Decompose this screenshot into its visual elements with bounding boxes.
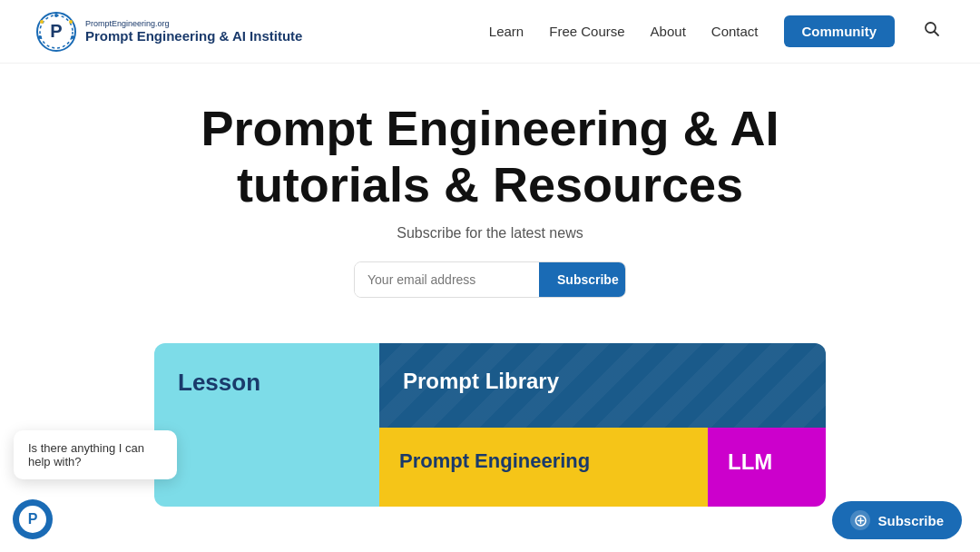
- prompt-engineering-card[interactable]: Prompt Engineering: [379, 428, 708, 507]
- search-icon[interactable]: [920, 17, 944, 45]
- logo[interactable]: P PromptEngineering.org Prompt Engineeri…: [36, 12, 302, 52]
- bottom-cards-row: Prompt Engineering LLM: [379, 428, 826, 507]
- email-input[interactable]: [355, 262, 539, 297]
- subscribe-float-icon: [850, 510, 870, 530]
- right-cards-column: Prompt Library Prompt Engineering LLM: [379, 343, 826, 507]
- subscribe-button[interactable]: Subscribe: [539, 262, 626, 297]
- logo-small-text: PromptEngineering.org: [85, 19, 302, 28]
- svg-line-9: [935, 32, 939, 36]
- hero-subtitle: Subscribe for the latest news: [397, 225, 583, 242]
- prompt-library-card[interactable]: Prompt Library: [379, 343, 826, 428]
- portal-badge-letter: P: [17, 504, 48, 535]
- llm-title: LLM: [728, 449, 772, 475]
- logo-main-text: Prompt Engineering & AI Institute: [85, 28, 302, 44]
- llm-card[interactable]: LLM: [708, 428, 826, 507]
- nav-contact[interactable]: Contact: [711, 24, 759, 39]
- chat-message: Is there anything I can help with?: [28, 441, 144, 468]
- lesson-card-title: Lesson: [178, 369, 260, 397]
- community-button[interactable]: Community: [784, 15, 896, 47]
- hero-section: Prompt Engineering & AI tutorials & Reso…: [0, 64, 980, 316]
- hero-title: Prompt Engineering & AI tutorials & Reso…: [172, 100, 808, 212]
- cards-section: Lesson Prompt Library Prompt Engineering…: [0, 325, 980, 507]
- subscribe-float-button[interactable]: Subscribe: [832, 501, 962, 539]
- svg-point-4: [69, 20, 73, 24]
- email-form: Subscribe: [354, 261, 626, 298]
- main-nav: Learn Free Course About Contact Communit…: [489, 15, 944, 47]
- nav-about[interactable]: About: [651, 24, 686, 39]
- nav-learn[interactable]: Learn: [489, 24, 524, 39]
- nav-free-course[interactable]: Free Course: [549, 24, 624, 39]
- prompt-library-title: Prompt Library: [403, 369, 559, 394]
- prompt-engineering-title: Prompt Engineering: [399, 449, 590, 473]
- portal-badge[interactable]: P: [13, 499, 53, 539]
- svg-text:P: P: [50, 21, 62, 41]
- svg-point-5: [71, 35, 74, 39]
- svg-point-3: [54, 14, 58, 17]
- svg-point-7: [40, 20, 44, 24]
- lesson-card[interactable]: Lesson: [154, 343, 379, 507]
- chat-bubble: Is there anything I can help with?: [14, 430, 177, 479]
- subscribe-float-label: Subscribe: [877, 513, 944, 528]
- svg-point-6: [38, 35, 42, 39]
